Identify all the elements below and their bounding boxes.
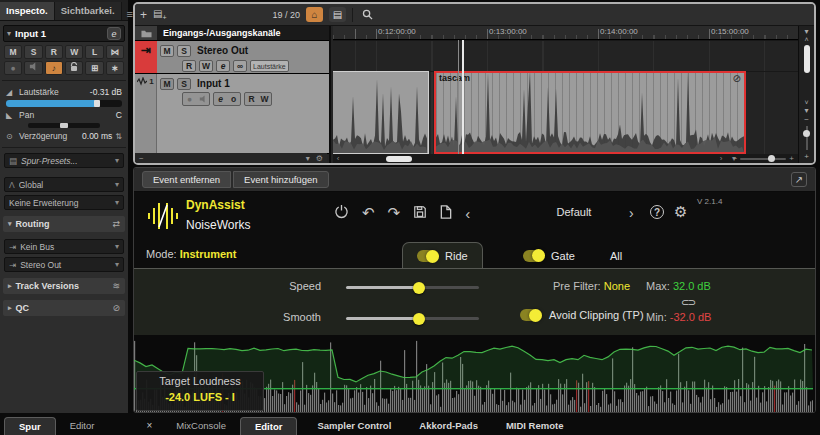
horizontal-scrollbar[interactable]: ‹ › ▾ − +: [333, 154, 798, 163]
solo-button[interactable]: S: [177, 78, 191, 90]
mode-selector[interactable]: Mode: Instrument: [146, 248, 236, 260]
audio-clip-tascam[interactable]: tascam ⊘: [434, 71, 746, 154]
redo-icon[interactable]: ↷: [388, 204, 401, 222]
gear-icon[interactable]: ⚙: [316, 154, 323, 163]
tab-mixconsole[interactable]: MixConsole: [162, 417, 240, 435]
vertical-zoom-thumb[interactable]: [803, 130, 810, 137]
zoom-slider-thumb[interactable]: [768, 155, 775, 162]
vertical-zoom-in-icon[interactable]: +: [804, 152, 809, 161]
monitor-icon[interactable]: [24, 61, 42, 75]
edit-channel-button[interactable]: e: [214, 93, 227, 105]
clip-mute-icon[interactable]: ⊘: [733, 73, 741, 84]
write-automation-button[interactable]: W: [199, 60, 213, 72]
delay-value[interactable]: 0.00 ms: [82, 131, 112, 141]
folder-track-row[interactable]: Eingangs-/Ausgangskanäle: [135, 26, 329, 41]
routing-section-header[interactable]: ▾ Routing ⇄: [3, 216, 125, 232]
gate-toggle[interactable]: [523, 250, 545, 262]
link-min-max-icon[interactable]: ⊂⊃: [681, 297, 694, 308]
tab-akkord-pads[interactable]: Akkord-Pads: [405, 417, 492, 435]
tab-sampler-control[interactable]: Sampler Control: [303, 417, 405, 435]
volume-value[interactable]: -0.31 dB: [90, 87, 122, 97]
qc-section-header[interactable]: ▸ QC ⊘: [3, 300, 125, 316]
track-presets-combo[interactable]: ▤ Spur-Presets... ▾: [4, 153, 124, 168]
smooth-slider-knob[interactable]: [413, 313, 425, 325]
mute-button[interactable]: M: [160, 78, 174, 90]
edit-channel-button[interactable]: e: [216, 60, 230, 72]
speed-slider-knob[interactable]: [413, 282, 425, 294]
stereo-out-track-row[interactable]: ⇥ M S Stereo Out R W e ∞ Lautstärke: [135, 41, 329, 74]
volume-slider-thumb[interactable]: [94, 100, 100, 107]
audio-clip[interactable]: [333, 71, 429, 154]
avoid-clipping-control[interactable]: Avoid Clipping (TP): [520, 309, 644, 321]
stereo-link-icon[interactable]: ∞: [233, 60, 247, 72]
global-combo[interactable]: Λ Global ▾: [4, 177, 124, 192]
home-zoom-icon[interactable]: ⌂: [306, 7, 323, 22]
chevron-down-icon[interactable]: ▾: [306, 154, 310, 163]
help-icon[interactable]: ?: [650, 205, 664, 219]
track-versions-section-header[interactable]: ▸ Track Versions ≋: [3, 278, 125, 294]
read-automation-button[interactable]: R: [182, 60, 196, 72]
solo-button[interactable]: S: [177, 45, 191, 57]
zoom-slider[interactable]: [740, 158, 786, 160]
freeze-icon[interactable]: ∗: [106, 61, 124, 75]
inspector-track-header[interactable]: ▾ Input 1 e: [3, 25, 125, 42]
tab-ride[interactable]: Ride: [402, 242, 483, 269]
save-preset-icon[interactable]: [413, 205, 427, 222]
mute-button[interactable]: M: [160, 45, 174, 57]
min-value[interactable]: -32.0 dB: [670, 311, 712, 323]
smooth-slider[interactable]: [346, 317, 479, 320]
channel-link-button[interactable]: ⋈: [106, 45, 124, 59]
track-name[interactable]: Input 1: [197, 78, 230, 89]
min-field[interactable]: Min: -32.0 dB: [646, 311, 711, 323]
project-cursor[interactable]: [462, 40, 464, 154]
write-automation-button[interactable]: W: [258, 93, 271, 105]
tab-all[interactable]: All: [596, 242, 636, 269]
zoom-out-icon[interactable]: −: [733, 154, 738, 163]
read-automation-button[interactable]: R: [245, 93, 258, 105]
volume-slider[interactable]: [6, 100, 122, 107]
edit-channel-button[interactable]: e: [107, 27, 121, 40]
pan-slider-thumb[interactable]: [60, 123, 68, 128]
tab-visibility[interactable]: Sichtbarkei.: [55, 2, 122, 20]
track-name[interactable]: Stereo Out: [197, 45, 248, 56]
listen-button[interactable]: L: [85, 45, 103, 59]
settings-gear-icon[interactable]: ⚙: [674, 203, 687, 221]
input-bus-combo[interactable]: ⇥ Kein Bus ▾: [4, 239, 124, 254]
tab-spur[interactable]: Spur: [4, 417, 56, 435]
vertical-scrollbar-thumb[interactable]: [804, 45, 810, 73]
vertical-zoom-slider[interactable]: [806, 126, 808, 150]
add-track-button[interactable]: +: [140, 9, 147, 21]
ruler-options-icon[interactable]: ▾: [804, 27, 808, 36]
lane-display-icon[interactable]: ⊞: [85, 61, 103, 75]
timeline-ruler[interactable]: 0:12:00:00 0:13:00:00 0:14:00:00 0:15:00…: [333, 26, 798, 40]
tab-midi-remote[interactable]: MIDI Remote: [492, 417, 578, 435]
read-automation-button[interactable]: R: [45, 45, 63, 59]
scroll-right-icon[interactable]: ›: [716, 154, 726, 163]
tab-inspector[interactable]: Inspecto.: [0, 2, 55, 20]
next-preset-icon[interactable]: ›: [629, 205, 634, 221]
max-value[interactable]: 32.0 dB: [673, 280, 711, 292]
preset-name[interactable]: Default: [529, 206, 619, 218]
scroll-left-icon[interactable]: ‹: [333, 154, 343, 163]
record-enable-icon[interactable]: ●: [183, 93, 196, 105]
lock-icon[interactable]: [65, 61, 83, 75]
musical-mode-icon[interactable]: ♪: [45, 61, 63, 75]
remove-event-button[interactable]: Event entfernen: [142, 171, 231, 188]
close-icon[interactable]: ×: [136, 417, 162, 435]
tab-editor-left[interactable]: Editor: [56, 417, 109, 435]
write-automation-button[interactable]: W: [65, 45, 83, 59]
tab-gate[interactable]: Gate: [509, 242, 589, 269]
chevron-down-icon[interactable]: ▾: [804, 106, 808, 115]
power-icon[interactable]: [334, 204, 349, 222]
delay-stepper[interactable]: ⇅: [115, 132, 122, 141]
vertical-zoom-out-icon[interactable]: −: [804, 115, 809, 124]
mode-value[interactable]: Instrument: [180, 248, 237, 260]
edit-instrument-button[interactable]: o: [227, 93, 240, 105]
monitor-icon[interactable]: [196, 93, 209, 105]
input-track-row[interactable]: 1 M S Input 1 ● e: [135, 74, 329, 154]
shrink-tracks-button[interactable]: −: [139, 154, 144, 163]
loudness-waveform-display[interactable]: Target Loudness -24.0 LUFS - I: [134, 335, 815, 412]
add-event-button[interactable]: Event hinzufügen: [233, 171, 328, 188]
record-enable-icon[interactable]: ●: [4, 61, 22, 75]
search-icon[interactable]: [359, 7, 376, 22]
